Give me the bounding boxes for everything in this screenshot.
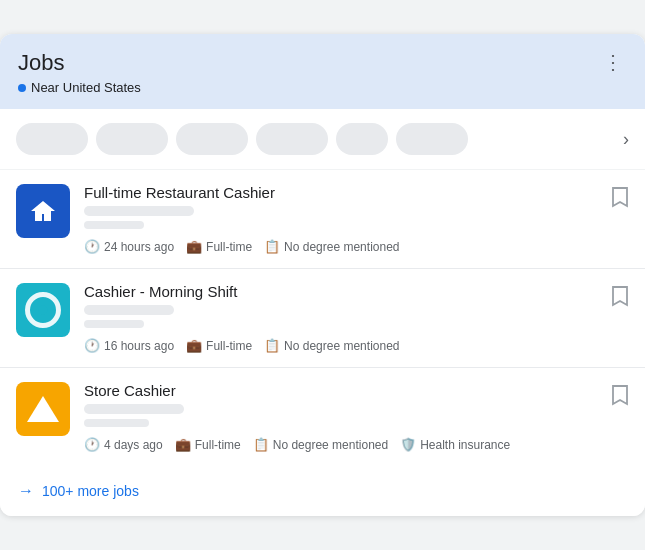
triangle-icon [27,396,59,422]
company-sub-3 [84,419,149,427]
company-bar-2 [84,305,174,315]
clock-icon-3: 🕐 [84,437,100,452]
job-meta-1: 🕐 24 hours ago 💼 Full-time 📋 No degree m… [84,239,597,254]
header-left: Jobs Near United States [18,50,141,95]
benefit-3: 🛡️ Health insurance [400,437,510,452]
briefcase-icon-3: 💼 [175,437,191,452]
edu-icon-2: 📋 [264,338,280,353]
edu-icon-3: 📋 [253,437,269,452]
bookmark-button-1[interactable] [611,186,629,213]
location-row: Near United States [18,80,141,95]
job-title-3: Store Cashier [84,382,597,399]
filter-scroll-arrow[interactable]: › [623,129,629,150]
filter-pill-6[interactable] [396,123,468,155]
job-content-2: Cashier - Morning Shift 🕐 16 hours ago 💼… [84,283,597,353]
job-meta-3: 🕐 4 days ago 💼 Full-time 📋 No degree men… [84,437,597,452]
filter-pill-2[interactable] [96,123,168,155]
briefcase-icon-1: 💼 [186,239,202,254]
page-title: Jobs [18,50,141,76]
location-dot-icon [18,84,26,92]
briefcase-icon-2: 💼 [186,338,202,353]
location-label: Near United States [31,80,141,95]
job-logo-3 [16,382,70,436]
bookmark-button-2[interactable] [611,285,629,312]
job-item-1[interactable]: Full-time Restaurant Cashier 🕐 24 hours … [0,170,645,269]
job-content-1: Full-time Restaurant Cashier 🕐 24 hours … [84,184,597,254]
filter-pill-1[interactable] [16,123,88,155]
more-options-button[interactable]: ⋮ [599,50,627,74]
card-header: Jobs Near United States ⋮ [0,34,645,109]
job-item-2[interactable]: Cashier - Morning Shift 🕐 16 hours ago 💼… [0,269,645,368]
job-title-2: Cashier - Morning Shift [84,283,597,300]
more-jobs-link[interactable]: → 100+ more jobs [18,482,627,500]
company-bar-1 [84,206,194,216]
filter-row: › [0,109,645,170]
job-logo-1 [16,184,70,238]
filter-pill-3[interactable] [176,123,248,155]
clock-icon-1: 🕐 [84,239,100,254]
education-2: 📋 No degree mentioned [264,338,399,353]
job-title-1: Full-time Restaurant Cashier [84,184,597,201]
job-type-3: 💼 Full-time [175,437,241,452]
time-ago-1: 🕐 24 hours ago [84,239,174,254]
education-1: 📋 No degree mentioned [264,239,399,254]
company-sub-1 [84,221,144,229]
more-arrow-icon: → [18,482,34,500]
job-logo-2 [16,283,70,337]
filter-pill-5[interactable] [336,123,388,155]
time-ago-3: 🕐 4 days ago [84,437,163,452]
clock-icon-2: 🕐 [84,338,100,353]
job-item-3[interactable]: Store Cashier 🕐 4 days ago 💼 Full-time 📋… [0,368,645,466]
job-content-3: Store Cashier 🕐 4 days ago 💼 Full-time 📋… [84,382,597,452]
shield-icon-3: 🛡️ [400,437,416,452]
more-jobs-label: 100+ more jobs [42,483,139,499]
job-meta-2: 🕐 16 hours ago 💼 Full-time 📋 No degree m… [84,338,597,353]
house-icon [27,195,59,227]
time-ago-2: 🕐 16 hours ago [84,338,174,353]
more-jobs-row: → 100+ more jobs [0,466,645,516]
jobs-card: Jobs Near United States ⋮ › Full-time Re… [0,34,645,516]
filter-pill-4[interactable] [256,123,328,155]
job-type-2: 💼 Full-time [186,338,252,353]
ring-inner [38,305,48,315]
job-type-1: 💼 Full-time [186,239,252,254]
education-3: 📋 No degree mentioned [253,437,388,452]
company-bar-3 [84,404,184,414]
company-sub-2 [84,320,144,328]
bookmark-button-3[interactable] [611,384,629,411]
edu-icon-1: 📋 [264,239,280,254]
